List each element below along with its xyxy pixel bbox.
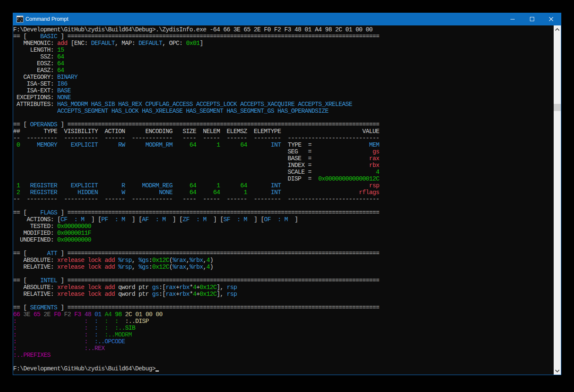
svg-text:C:\: C:\ <box>17 18 22 21</box>
